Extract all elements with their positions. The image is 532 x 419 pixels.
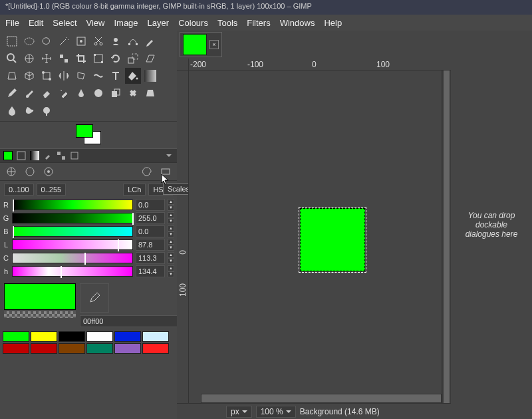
menu-layer[interactable]: Layer [148,18,170,28]
format-lch[interactable]: LCh [123,184,146,196]
right-dock-hint[interactable]: You can drop dockable dialogues here [451,31,532,419]
range-0-100[interactable]: 0..100 [4,184,34,196]
range-0-255[interactable]: 0..255 [37,184,66,196]
gradient-icon[interactable] [142,68,158,84]
current-color-preview[interactable] [4,283,76,310]
slider-spinner[interactable]: ▲▼ [168,252,174,264]
palette-cell[interactable] [59,331,85,342]
lasso-icon[interactable] [39,33,55,49]
measure-icon[interactable] [21,51,37,67]
slider-value[interactable]: 134.4 [136,265,165,277]
warp-icon[interactable] [90,68,106,84]
menu-help[interactable]: Help [324,18,342,28]
canvas-selection[interactable] [300,208,365,271]
unit-select[interactable]: px [226,406,252,418]
slider-spinner[interactable]: ▲▼ [168,265,174,277]
gimp-picker-icon[interactable] [5,166,17,178]
zoom-select[interactable]: 100 % [256,406,296,418]
pencil-icon[interactable] [4,85,20,101]
slider-track[interactable] [12,226,133,237]
scissors-icon[interactable] [90,33,106,49]
bucket-icon[interactable] [125,68,141,84]
palette-cell[interactable] [86,343,113,354]
palette-icon[interactable] [141,166,153,178]
slider-spinner[interactable]: ▲▼ [168,212,174,224]
menu-view[interactable]: View [86,18,105,28]
gradients-tab-icon[interactable] [29,150,40,161]
brush-icon[interactable] [21,85,37,101]
slider-track[interactable] [12,213,133,223]
slider-value[interactable]: 0.0 [136,199,165,211]
handle-transform-icon[interactable] [39,68,55,84]
menu-edit[interactable]: Edit [29,18,43,28]
menu-windows[interactable]: Windows [280,18,315,28]
ruler-vertical[interactable]: 0 100 [177,70,189,403]
slider-spinner[interactable]: ▲▼ [168,239,174,251]
palette-cell[interactable] [142,331,169,342]
slider-spinner[interactable]: ▲▼ [168,199,174,211]
ruler-horizontal[interactable]: -200 -100 0 100 [177,59,451,70]
menu-colours[interactable]: Colours [178,18,208,28]
palette-cell[interactable] [3,343,29,354]
fg-color-swatch[interactable] [76,124,93,138]
slider-value[interactable]: 113.3 [136,252,165,264]
heal-icon[interactable] [125,85,141,101]
slider-spinner[interactable]: ▲▼ [168,225,174,237]
palette-cell[interactable] [31,343,57,354]
slider-track[interactable] [12,200,133,210]
cage-icon[interactable] [73,68,89,84]
menu-filters[interactable]: Filters [247,18,270,28]
slider-value[interactable]: 87.8 [136,239,165,251]
ellipse-select-icon[interactable] [21,33,37,49]
menu-tools[interactable]: Tools [217,18,237,28]
menu-image[interactable]: Image [114,18,138,28]
wheel-icon[interactable] [43,166,55,178]
menu-file[interactable]: File [5,18,19,28]
scrollbar-horizontal[interactable] [201,394,442,403]
rect-select-icon[interactable] [4,33,20,49]
crop-icon[interactable] [73,51,89,67]
wand-icon[interactable] [56,33,72,49]
edit-color-icon[interactable] [80,283,109,313]
picker-icon[interactable] [142,33,158,49]
rotate-icon[interactable] [108,51,124,67]
brushes-tab-icon[interactable] [43,150,53,161]
mypaint-icon[interactable] [90,85,106,101]
canvas-viewport[interactable] [189,70,442,403]
shear-icon[interactable] [142,51,158,67]
perspective-clone-icon[interactable] [142,85,158,101]
align-icon[interactable] [56,51,72,67]
clone-icon[interactable] [108,85,124,101]
scales-icon[interactable] [160,166,172,178]
tool-options-tab-icon[interactable] [16,150,27,161]
scrollbar-vertical[interactable] [442,70,451,403]
slider-track[interactable] [12,253,133,263]
by-color-select-icon[interactable] [73,33,89,49]
text-icon[interactable] [108,68,124,84]
move-icon[interactable] [39,51,55,67]
palette-cell[interactable] [114,331,141,342]
perspective-icon[interactable] [4,68,20,84]
palette-cell[interactable] [59,343,85,354]
ink-icon[interactable] [73,85,89,101]
toolbox-color-swatches[interactable] [0,122,177,148]
airbrush-icon[interactable] [56,85,72,101]
palette-cell[interactable] [142,343,169,354]
patterns-tab-icon[interactable] [56,150,66,161]
foreground-select-icon[interactable] [108,33,124,49]
zoom-icon[interactable] [4,51,20,67]
slider-value[interactable]: 255.0 [136,212,165,224]
hex-input[interactable] [80,315,178,327]
eraser-icon[interactable] [39,85,55,101]
dodge-icon[interactable] [39,102,55,118]
3d-transform-icon[interactable] [21,68,37,84]
close-tab-icon[interactable]: × [209,40,219,49]
transform-icon[interactable] [90,51,106,67]
flip-icon[interactable] [56,68,72,84]
palette-cell[interactable] [114,343,141,354]
palette-cell[interactable] [3,331,29,342]
palette-cell[interactable] [31,331,57,342]
paths-icon[interactable] [125,33,141,49]
blur-icon[interactable] [4,102,20,118]
document-tab[interactable]: × [180,32,222,57]
